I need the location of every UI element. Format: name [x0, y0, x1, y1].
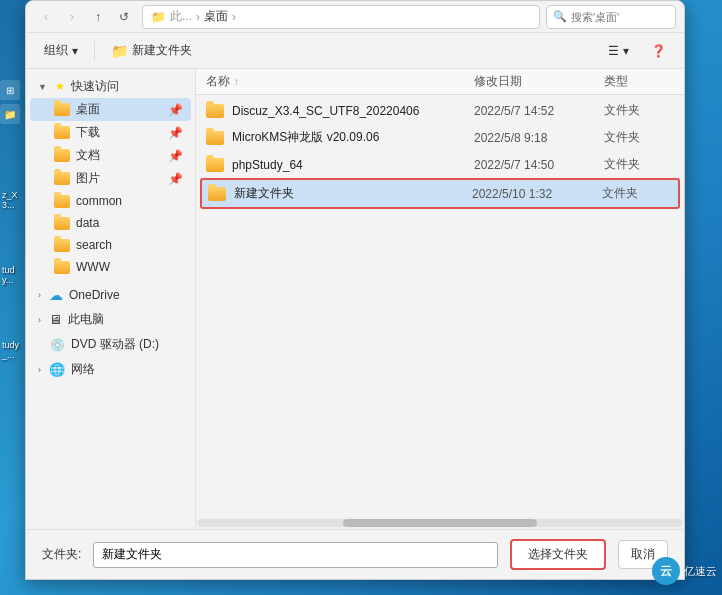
toolbar-right: ☰ ▾ ❓	[600, 40, 674, 62]
col-header-date[interactable]: 修改日期	[474, 73, 604, 90]
watermark-icon: 云	[652, 557, 680, 585]
sidebar-item-pics[interactable]: 图片 📌	[30, 167, 191, 190]
file-type-3: 文件夹	[602, 185, 672, 202]
nav-buttons: ‹ › ↑ ↺	[34, 5, 136, 29]
scroll-thumb[interactable]	[343, 519, 537, 527]
col-type-label: 类型	[604, 74, 628, 88]
network-label: 网络	[71, 361, 95, 378]
file-item-2[interactable]: phpStudy_64 2022/5/7 14:50 文件夹	[200, 151, 680, 178]
sidebar-item-pc[interactable]: › 🖥 此电脑	[30, 308, 191, 331]
expander-icon: ▼	[38, 82, 47, 92]
desktop-label-3: tudy_...	[2, 340, 24, 360]
onedrive-label: OneDrive	[69, 288, 120, 302]
pc-icon: 🖥	[49, 312, 62, 327]
scroll-track	[198, 519, 682, 527]
file-date-1: 2022/5/8 9:18	[474, 131, 604, 145]
folder-icon-docs	[54, 148, 70, 164]
star-icon: ★	[55, 80, 65, 93]
help-icon: ❓	[651, 44, 666, 58]
filename-input[interactable]	[93, 542, 498, 568]
search-input[interactable]	[571, 11, 685, 23]
watermark: 云 亿速云	[652, 557, 717, 585]
sidebar-item-common[interactable]: common	[30, 190, 191, 212]
sidebar-item-download[interactable]: 下载 📌	[30, 121, 191, 144]
organize-label: 组织	[44, 42, 68, 59]
watermark-text: 亿速云	[684, 564, 717, 579]
back-button[interactable]: ‹	[34, 5, 58, 29]
sidebar-item-dvd[interactable]: 💿 DVD 驱动器 (D:)	[30, 333, 191, 356]
file-list-header: 名称 ↑ 修改日期 类型	[196, 69, 684, 95]
select-folder-button[interactable]: 选择文件夹	[510, 539, 606, 570]
onedrive-icon: ☁	[49, 287, 63, 303]
sidebar-item-search[interactable]: search	[30, 234, 191, 256]
file-name-1: MicroKMS神龙版 v20.09.06	[232, 129, 474, 146]
file-date-0: 2022/5/7 14:52	[474, 104, 604, 118]
sidebar-label-download: 下载	[76, 124, 100, 141]
folder-icon-search	[54, 237, 70, 253]
file-icon-3	[208, 187, 226, 201]
taskbar-icon-2[interactable]: 📁	[0, 104, 20, 124]
dvd-icon: 💿	[50, 338, 65, 352]
folder-icon-desktop	[54, 102, 70, 118]
view-icon: ☰	[608, 44, 619, 58]
up-button[interactable]: ↑	[86, 5, 110, 29]
help-button[interactable]: ❓	[643, 40, 674, 62]
sidebar-label-search: search	[76, 238, 112, 252]
col-header-name[interactable]: 名称 ↑	[206, 73, 474, 90]
sidebar-label-desktop: 桌面	[76, 101, 100, 118]
sidebar-item-docs[interactable]: 文档 📌	[30, 144, 191, 167]
sidebar-label-pics: 图片	[76, 170, 100, 187]
quick-access-section: ▼ ★ 快速访问 桌面 📌 下载 📌 文档 📌	[26, 73, 195, 280]
sidebar-label-data: data	[76, 216, 99, 230]
search-box[interactable]: 🔍	[546, 5, 676, 29]
new-folder-icon: 📁	[111, 43, 128, 59]
col-name-label: 名称	[206, 73, 230, 90]
sidebar-item-www[interactable]: WWW	[30, 256, 191, 278]
network-expander: ›	[38, 365, 41, 375]
address-bar[interactable]: 📁 此... › 桌面 ›	[142, 5, 540, 29]
desktop-label-2: tudy...	[2, 265, 24, 285]
view-arrow: ▾	[623, 44, 629, 58]
file-item-3[interactable]: 新建文件夹 2022/5/10 1:32 文件夹	[200, 178, 680, 209]
file-list: 名称 ↑ 修改日期 类型 Discuz_X3.4_SC_UTF8_2022040…	[196, 69, 684, 529]
horizontal-scrollbar[interactable]	[196, 517, 684, 529]
file-icon-0	[206, 104, 224, 118]
view-button[interactable]: ☰ ▾	[600, 40, 637, 62]
new-folder-button[interactable]: 📁 新建文件夹	[103, 38, 200, 63]
file-name-2: phpStudy_64	[232, 158, 474, 172]
organize-arrow: ▾	[72, 44, 78, 58]
organize-button[interactable]: 组织 ▾	[36, 38, 86, 63]
toolbar-separator	[94, 41, 95, 61]
taskbar-icon-1[interactable]: ⊞	[0, 80, 20, 100]
folder-icon-pics	[54, 171, 70, 187]
forward-button[interactable]: ›	[60, 5, 84, 29]
sidebar: ▼ ★ 快速访问 桌面 📌 下载 📌 文档 📌	[26, 69, 196, 529]
pin-icon-docs: 📌	[168, 149, 183, 163]
address-segment-pc: 📁	[151, 10, 166, 24]
sidebar-label-www: WWW	[76, 260, 110, 274]
col-date-label: 修改日期	[474, 74, 522, 88]
file-icon-2	[206, 158, 224, 172]
refresh-button[interactable]: ↺	[112, 5, 136, 29]
sidebar-item-network[interactable]: › 🌐 网络	[30, 358, 191, 381]
folder-icon-data	[54, 215, 70, 231]
file-date-2: 2022/5/7 14:50	[474, 158, 604, 172]
file-item-0[interactable]: Discuz_X3.4_SC_UTF8_20220406 2022/5/7 14…	[200, 97, 680, 124]
col-header-type[interactable]: 类型	[604, 73, 674, 90]
file-items: Discuz_X3.4_SC_UTF8_20220406 2022/5/7 14…	[196, 95, 684, 517]
sidebar-item-onedrive[interactable]: › ☁ OneDrive	[30, 284, 191, 306]
sidebar-item-desktop[interactable]: 桌面 📌	[30, 98, 191, 121]
content-area: ▼ ★ 快速访问 桌面 📌 下载 📌 文档 📌	[26, 69, 684, 529]
onedrive-expander: ›	[38, 290, 41, 300]
file-type-0: 文件夹	[604, 102, 674, 119]
sidebar-label-docs: 文档	[76, 147, 100, 164]
pc-label: 此电脑	[68, 311, 104, 328]
sort-arrow: ↑	[234, 76, 239, 87]
title-bar: ‹ › ↑ ↺ 📁 此... › 桌面 › 🔍	[26, 1, 684, 33]
sidebar-item-data[interactable]: data	[30, 212, 191, 234]
search-icon: 🔍	[553, 10, 567, 23]
pin-icon-desktop: 📌	[168, 103, 183, 117]
pin-icon-pics: 📌	[168, 172, 183, 186]
sidebar-quick-access[interactable]: ▼ ★ 快速访问	[30, 75, 191, 98]
file-item-1[interactable]: MicroKMS神龙版 v20.09.06 2022/5/8 9:18 文件夹	[200, 124, 680, 151]
